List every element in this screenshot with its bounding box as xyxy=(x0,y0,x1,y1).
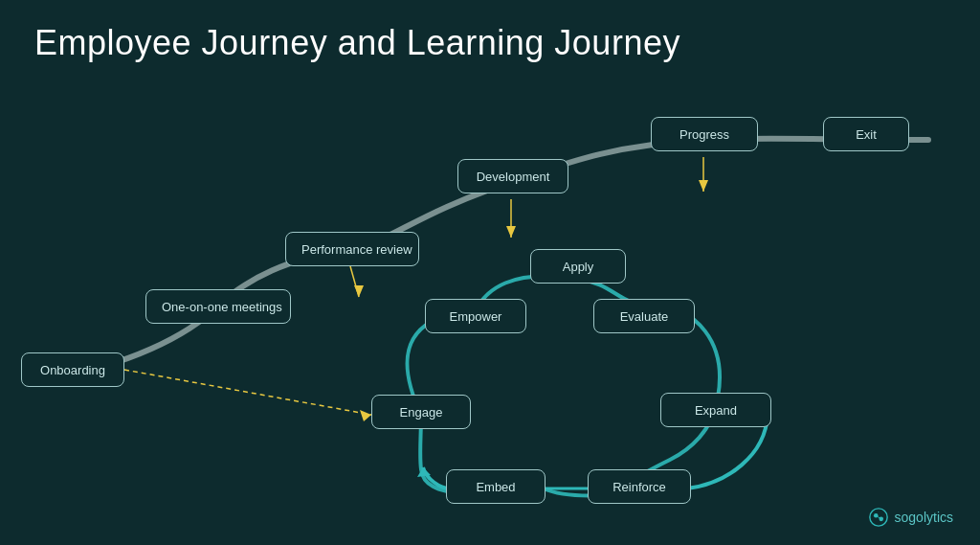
svg-line-13 xyxy=(878,517,880,518)
svg-marker-5 xyxy=(506,226,516,238)
svg-marker-3 xyxy=(354,285,364,297)
box-perf-review: Performance review xyxy=(285,232,419,266)
box-expand: Expand xyxy=(660,393,771,427)
box-development: Development xyxy=(457,159,568,193)
diagram-svg xyxy=(0,0,980,545)
svg-point-12 xyxy=(879,517,883,522)
box-apply: Apply xyxy=(530,249,626,284)
svg-point-11 xyxy=(873,513,878,518)
box-embed: Embed xyxy=(446,469,546,504)
box-one-on-one: One-on-one meetings xyxy=(145,289,291,324)
logo-text: sogolytics xyxy=(895,510,953,525)
svg-line-0 xyxy=(124,370,371,415)
svg-marker-1 xyxy=(360,410,371,421)
box-empower: Empower xyxy=(425,299,526,333)
svg-marker-7 xyxy=(699,180,708,192)
box-progress: Progress xyxy=(651,117,758,151)
box-reinforce: Reinforce xyxy=(588,469,691,504)
page-title: Employee Journey and Learning Journey xyxy=(34,23,680,63)
box-engage: Engage xyxy=(371,395,471,429)
svg-line-2 xyxy=(350,266,359,297)
box-exit: Exit xyxy=(823,117,909,151)
svg-marker-8 xyxy=(417,467,431,477)
box-onboarding: Onboarding xyxy=(21,352,124,387)
logo-icon xyxy=(868,507,889,528)
box-evaluate: Evaluate xyxy=(593,299,695,333)
logo: sogolytics xyxy=(868,507,953,528)
